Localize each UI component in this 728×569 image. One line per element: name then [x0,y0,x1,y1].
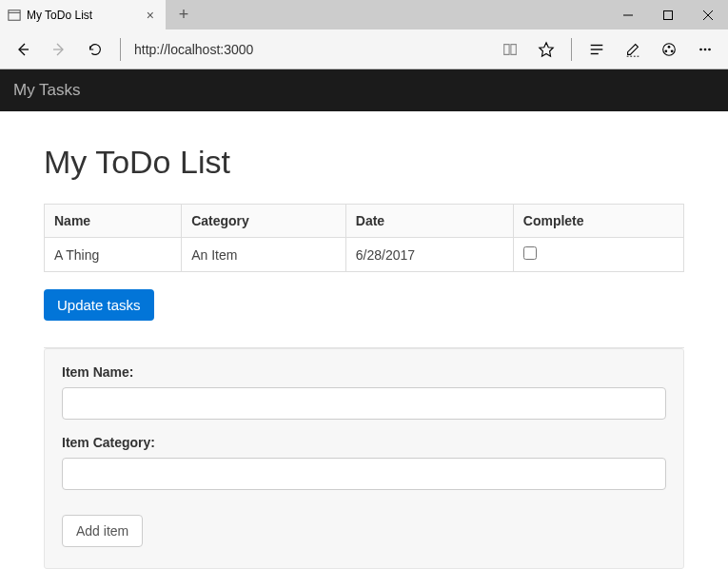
col-name: Name [45,205,182,238]
update-tasks-button[interactable]: Update tasks [44,289,154,321]
svg-point-18 [708,48,711,50]
page-icon [8,9,21,22]
maximize-button[interactable] [648,0,688,29]
address-bar[interactable] [128,36,491,63]
back-button[interactable] [6,32,40,67]
browser-toolbar [0,29,728,69]
col-date: Date [345,205,513,238]
page-content: My Tasks My ToDo List Name Category Date… [0,69,728,569]
tasks-table: Name Category Date Complete A Thing An I… [44,204,684,272]
favorite-icon[interactable] [529,32,563,67]
minimize-button[interactable] [608,0,648,29]
svg-point-13 [668,45,671,48]
col-category: Category [182,205,346,238]
cell-name: A Thing [45,238,182,272]
add-item-button[interactable]: Add item [62,515,143,547]
app-navbar: My Tasks [0,69,728,111]
svg-rect-3 [664,10,673,19]
svg-point-16 [699,48,702,50]
toolbar-separator-2 [571,38,572,61]
add-item-form: Item Name: Item Category: Add item [44,348,684,569]
new-tab-button[interactable]: + [167,0,201,29]
page-heading: My ToDo List [44,144,684,181]
web-note-icon[interactable] [616,32,650,67]
cell-complete [513,238,683,272]
table-header-row: Name Category Date Complete [45,205,684,238]
item-category-label: Item Category: [62,435,666,450]
forward-button[interactable] [42,32,76,67]
item-category-input[interactable] [62,458,666,490]
browser-tab[interactable]: My ToDo List × [0,0,167,29]
hub-icon[interactable] [580,32,614,67]
svg-point-12 [663,43,676,55]
close-window-button[interactable] [688,0,728,29]
share-icon[interactable] [652,32,686,67]
col-complete: Complete [513,205,683,238]
svg-point-14 [665,49,668,52]
item-name-input[interactable] [62,387,666,420]
table-row: A Thing An Item 6/28/2017 [45,238,684,272]
reading-view-icon[interactable] [493,32,527,67]
browser-titlebar: My ToDo List × + [0,0,728,29]
svg-point-15 [671,49,674,52]
close-tab-icon[interactable]: × [143,8,158,23]
navbar-brand[interactable]: My Tasks [13,81,81,99]
more-icon[interactable] [688,32,722,67]
cell-category: An Item [182,238,346,272]
window-controls [608,0,728,29]
toolbar-separator [120,38,121,61]
tab-title: My ToDo List [27,9,137,22]
refresh-button[interactable] [78,32,112,67]
cell-date: 6/28/2017 [345,238,513,272]
item-name-label: Item Name: [62,364,666,380]
svg-point-17 [704,48,707,50]
svg-rect-0 [9,10,20,20]
complete-checkbox[interactable] [523,246,537,260]
